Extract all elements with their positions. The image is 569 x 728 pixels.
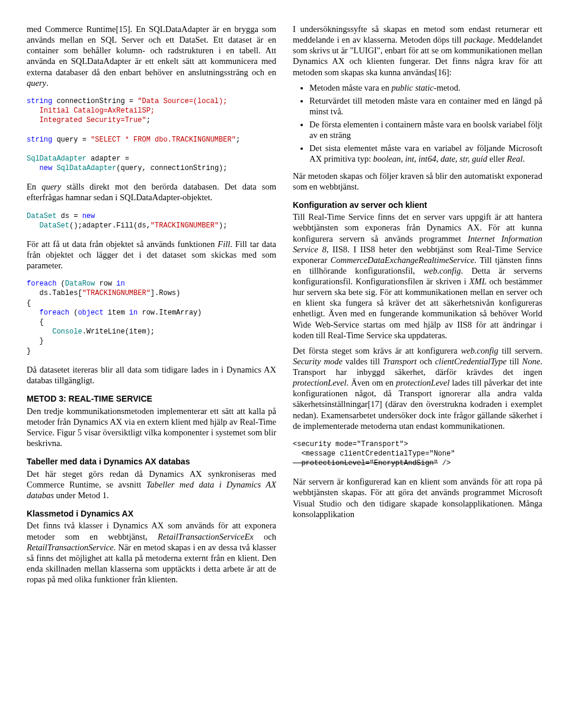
requirements-list: Metoden måste vara en public static-meto…	[293, 82, 542, 165]
body-text: En	[27, 182, 41, 191]
classname: RetailTransactionService	[27, 543, 114, 552]
list-item: De första elementen i containern måste v…	[309, 119, 542, 140]
code-block-2: DataSet ds = new DataSet();adapter.Fill(…	[27, 211, 276, 230]
two-column-layout: med Commerce Runtime[15]. En SQLDataAdap…	[27, 24, 542, 589]
paragraph: med Commerce Runtime[15]. En SQLDataAdap…	[27, 24, 276, 88]
classname: RetailTransactionServiceEx	[158, 532, 254, 541]
heading-classmethod: Klassmetod i Dynamics AX	[27, 509, 276, 519]
paragraph: I undersökningssyfte så skapas en metod …	[293, 24, 542, 78]
paragraph: När servern är konfigurerad kan en klien…	[293, 476, 542, 519]
term-query: query	[27, 78, 46, 88]
paragraph: Det här steget görs redan då Dynamics AX…	[27, 469, 276, 501]
list-item: Metoden måste vara en public static-meto…	[309, 82, 542, 93]
paragraph: För att få ut data från objektet så anvä…	[27, 239, 276, 271]
term-query: query	[41, 182, 61, 191]
list-item: Det sista elementet måste vara en variab…	[309, 143, 542, 164]
paragraph: Det första steget som krävs är att konfi…	[293, 345, 542, 431]
paragraph: Då datasetet itereras blir all data som …	[27, 364, 276, 386]
body-text: ställs direkt mot den berörda databasen.…	[27, 182, 276, 202]
heading-method-3: METOD 3: REAL-TIME SERVICE	[27, 394, 276, 405]
left-column: med Commerce Runtime[15]. En SQLDataAdap…	[27, 24, 276, 589]
code-block-1: string connectionString = "Data Source=(…	[27, 97, 276, 174]
paragraph: En query ställs direkt mot den berörda d…	[27, 181, 276, 203]
term-fill: Fill	[218, 239, 230, 249]
heading-tables: Tabeller med data i Dynamics AX databas	[27, 457, 276, 467]
heading-config: Konfiguration av server och klient	[293, 200, 542, 211]
body-text: och	[254, 532, 276, 541]
paragraph: När metoden skapas och följer kraven så …	[293, 171, 542, 192]
term-package: package	[464, 35, 493, 44]
right-column: I undersökningssyfte så skapas en metod …	[293, 24, 542, 589]
paragraph: Det finns två klasser i Dynamics AX som …	[27, 520, 276, 585]
code-block-4: <security mode="Transport"> <message cli…	[293, 440, 542, 469]
list-item: Returvärdet till metoden måste vara en c…	[309, 95, 542, 117]
paragraph: Den tredje kommunikationsmetoden impleme…	[27, 406, 276, 449]
code-block-3: foreach (DataRow row in ds.Tables["TRACK…	[27, 279, 276, 356]
body-text: under Metod 1.	[54, 490, 109, 500]
body-text: .	[46, 78, 49, 88]
body-text: med Commerce Runtime[15]. En SQLDataAdap…	[27, 24, 276, 77]
paragraph: Till Real-Time Service finns det en serv…	[293, 211, 542, 341]
body-text: För att få ut data från objektet så anvä…	[27, 239, 218, 249]
